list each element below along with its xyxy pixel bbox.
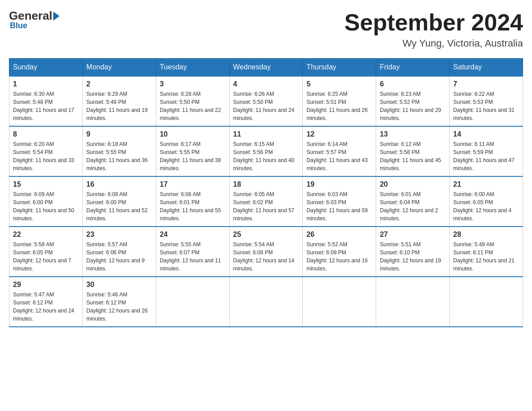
- calendar-week-5: 29 Sunrise: 5:47 AMSunset: 6:12 PMDaylig…: [9, 277, 523, 327]
- col-saturday: Saturday: [450, 59, 523, 77]
- day-number: 6: [380, 80, 446, 88]
- day-number: 8: [13, 130, 79, 138]
- day-info: Sunrise: 5:52 AMSunset: 6:09 PMDaylight:…: [306, 240, 372, 273]
- day-info: Sunrise: 6:20 AMSunset: 5:54 PMDaylight:…: [13, 140, 79, 172]
- day-info: Sunrise: 6:00 AMSunset: 6:05 PMDaylight:…: [453, 190, 519, 223]
- calendar-cell: [450, 277, 523, 327]
- calendar-cell: [229, 277, 303, 327]
- logo-subtitle: Blue: [10, 21, 27, 30]
- day-number: 25: [233, 231, 299, 239]
- calendar-cell: [376, 277, 450, 327]
- day-number: 3: [160, 80, 226, 88]
- day-number: 12: [306, 130, 372, 138]
- calendar-cell: 20 Sunrise: 6:01 AMSunset: 6:04 PMDaylig…: [376, 176, 450, 227]
- day-info: Sunrise: 5:58 AMSunset: 6:05 PMDaylight:…: [13, 240, 79, 273]
- calendar-cell: 9 Sunrise: 6:18 AMSunset: 5:55 PMDayligh…: [82, 126, 156, 176]
- calendar-cell: 29 Sunrise: 5:47 AMSunset: 6:12 PMDaylig…: [9, 277, 83, 327]
- logo: General Blue: [9, 9, 60, 30]
- calendar-cell: 2 Sunrise: 6:29 AMSunset: 5:49 PMDayligh…: [82, 76, 156, 126]
- day-info: Sunrise: 6:05 AMSunset: 6:02 PMDaylight:…: [233, 190, 299, 223]
- day-number: 19: [306, 180, 372, 188]
- day-number: 15: [13, 180, 79, 188]
- day-number: 21: [453, 180, 519, 188]
- col-sunday: Sunday: [9, 59, 83, 77]
- day-info: Sunrise: 6:29 AMSunset: 5:49 PMDaylight:…: [86, 90, 152, 122]
- day-number: 5: [306, 80, 372, 88]
- day-number: 10: [160, 130, 226, 138]
- calendar-cell: 5 Sunrise: 6:25 AMSunset: 5:51 PMDayligh…: [303, 76, 376, 126]
- day-info: Sunrise: 6:28 AMSunset: 5:50 PMDaylight:…: [160, 90, 226, 122]
- calendar-cell: 25 Sunrise: 5:54 AMSunset: 6:08 PMDaylig…: [229, 227, 303, 277]
- location: Wy Yung, Victoria, Australia: [344, 38, 523, 49]
- calendar-header: Sunday Monday Tuesday Wednesday Thursday…: [9, 59, 523, 77]
- day-number: 27: [380, 231, 446, 239]
- day-info: Sunrise: 6:03 AMSunset: 6:03 PMDaylight:…: [306, 190, 372, 223]
- calendar-cell: [156, 277, 229, 327]
- calendar-cell: 26 Sunrise: 5:52 AMSunset: 6:09 PMDaylig…: [303, 227, 376, 277]
- calendar-week-2: 8 Sunrise: 6:20 AMSunset: 5:54 PMDayligh…: [9, 126, 523, 176]
- day-info: Sunrise: 6:08 AMSunset: 6:00 PMDaylight:…: [86, 190, 152, 223]
- day-number: 22: [13, 231, 79, 239]
- day-number: 23: [86, 231, 152, 239]
- calendar-cell: [303, 277, 376, 327]
- day-number: 7: [453, 80, 519, 88]
- calendar-cell: 17 Sunrise: 6:06 AMSunset: 6:01 PMDaylig…: [156, 176, 229, 227]
- col-wednesday: Wednesday: [229, 59, 303, 77]
- calendar-cell: 8 Sunrise: 6:20 AMSunset: 5:54 PMDayligh…: [9, 126, 83, 176]
- day-number: 29: [13, 281, 79, 289]
- day-info: Sunrise: 6:30 AMSunset: 5:48 PMDaylight:…: [13, 90, 79, 122]
- calendar-cell: 3 Sunrise: 6:28 AMSunset: 5:50 PMDayligh…: [156, 76, 229, 126]
- day-info: Sunrise: 6:18 AMSunset: 5:55 PMDaylight:…: [86, 140, 152, 172]
- calendar-cell: 4 Sunrise: 6:26 AMSunset: 5:50 PMDayligh…: [229, 76, 303, 126]
- day-info: Sunrise: 6:09 AMSunset: 6:00 PMDaylight:…: [13, 190, 79, 223]
- calendar-cell: 13 Sunrise: 6:12 AMSunset: 5:58 PMDaylig…: [376, 126, 450, 176]
- day-number: 30: [86, 281, 152, 289]
- col-monday: Monday: [82, 59, 156, 77]
- calendar-cell: 7 Sunrise: 6:22 AMSunset: 5:53 PMDayligh…: [450, 76, 523, 126]
- month-title: September 2024: [344, 9, 523, 36]
- day-info: Sunrise: 6:11 AMSunset: 5:59 PMDaylight:…: [453, 140, 519, 172]
- calendar-cell: 14 Sunrise: 6:11 AMSunset: 5:59 PMDaylig…: [450, 126, 523, 176]
- day-number: 4: [233, 80, 299, 88]
- calendar-cell: 23 Sunrise: 5:57 AMSunset: 6:06 PMDaylig…: [82, 227, 156, 277]
- day-info: Sunrise: 6:12 AMSunset: 5:58 PMDaylight:…: [380, 140, 446, 172]
- day-info: Sunrise: 6:23 AMSunset: 5:52 PMDaylight:…: [380, 90, 446, 122]
- day-info: Sunrise: 5:47 AMSunset: 6:12 PMDaylight:…: [13, 291, 79, 323]
- day-number: 16: [86, 180, 152, 188]
- day-info: Sunrise: 5:51 AMSunset: 6:10 PMDaylight:…: [380, 240, 446, 273]
- day-info: Sunrise: 6:25 AMSunset: 5:51 PMDaylight:…: [306, 90, 372, 122]
- page-header: General Blue September 2024 Wy Yung, Vic…: [9, 9, 523, 49]
- day-number: 2: [86, 80, 152, 88]
- calendar-cell: 18 Sunrise: 6:05 AMSunset: 6:02 PMDaylig…: [229, 176, 303, 227]
- calendar-cell: 30 Sunrise: 5:46 AMSunset: 6:12 PMDaylig…: [82, 277, 156, 327]
- calendar-cell: 11 Sunrise: 6:15 AMSunset: 5:56 PMDaylig…: [229, 126, 303, 176]
- calendar-cell: 24 Sunrise: 5:55 AMSunset: 6:07 PMDaylig…: [156, 227, 229, 277]
- calendar-body: 1 Sunrise: 6:30 AMSunset: 5:48 PMDayligh…: [9, 76, 523, 327]
- day-info: Sunrise: 6:17 AMSunset: 5:55 PMDaylight:…: [160, 140, 226, 172]
- calendar-week-3: 15 Sunrise: 6:09 AMSunset: 6:00 PMDaylig…: [9, 176, 523, 227]
- day-info: Sunrise: 6:14 AMSunset: 5:57 PMDaylight:…: [306, 140, 372, 172]
- calendar-cell: 16 Sunrise: 6:08 AMSunset: 6:00 PMDaylig…: [82, 176, 156, 227]
- day-number: 17: [160, 180, 226, 188]
- calendar-cell: 21 Sunrise: 6:00 AMSunset: 6:05 PMDaylig…: [450, 176, 523, 227]
- calendar-cell: 15 Sunrise: 6:09 AMSunset: 6:00 PMDaylig…: [9, 176, 83, 227]
- day-info: Sunrise: 5:49 AMSunset: 6:11 PMDaylight:…: [453, 240, 519, 273]
- col-friday: Friday: [376, 59, 450, 77]
- title-section: September 2024 Wy Yung, Victoria, Austra…: [344, 9, 523, 49]
- day-number: 18: [233, 180, 299, 188]
- day-number: 13: [380, 130, 446, 138]
- day-number: 1: [13, 80, 79, 88]
- calendar-cell: 19 Sunrise: 6:03 AMSunset: 6:03 PMDaylig…: [303, 176, 376, 227]
- day-info: Sunrise: 5:46 AMSunset: 6:12 PMDaylight:…: [86, 291, 152, 323]
- calendar-cell: 27 Sunrise: 5:51 AMSunset: 6:10 PMDaylig…: [376, 227, 450, 277]
- day-info: Sunrise: 5:54 AMSunset: 6:08 PMDaylight:…: [233, 240, 299, 273]
- calendar-week-1: 1 Sunrise: 6:30 AMSunset: 5:48 PMDayligh…: [9, 76, 523, 126]
- calendar-cell: 22 Sunrise: 5:58 AMSunset: 6:05 PMDaylig…: [9, 227, 83, 277]
- calendar-cell: 28 Sunrise: 5:49 AMSunset: 6:11 PMDaylig…: [450, 227, 523, 277]
- day-number: 20: [380, 180, 446, 188]
- col-thursday: Thursday: [303, 59, 376, 77]
- day-info: Sunrise: 6:15 AMSunset: 5:56 PMDaylight:…: [233, 140, 299, 172]
- calendar-week-4: 22 Sunrise: 5:58 AMSunset: 6:05 PMDaylig…: [9, 227, 523, 277]
- calendar-cell: 1 Sunrise: 6:30 AMSunset: 5:48 PMDayligh…: [9, 76, 83, 126]
- day-number: 26: [306, 231, 372, 239]
